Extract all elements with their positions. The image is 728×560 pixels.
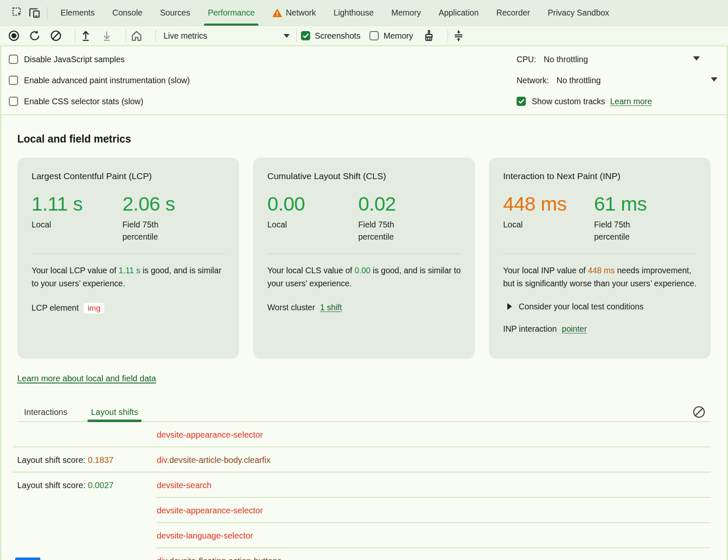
checkbox-checked-icon — [517, 97, 526, 106]
toolbar-separator — [448, 29, 448, 42]
tab-recorder[interactable]: Recorder — [488, 0, 539, 26]
screenshots-checkbox[interactable]: Screenshots — [301, 31, 360, 41]
devtools-tabbar: ElementsConsoleSourcesPerformanceNetwork… — [0, 0, 728, 26]
tab-application[interactable]: Application — [430, 0, 487, 26]
reload-record-icon[interactable] — [29, 29, 41, 42]
field-value: 2.06 s — [122, 192, 213, 215]
disclosure-label: Consider your local test conditions — [519, 302, 644, 312]
node-link[interactable]: devsite-search — [157, 481, 711, 490]
inp-interaction-link[interactable]: pointer — [562, 324, 587, 334]
toolbar-separator — [126, 29, 126, 42]
node-link[interactable]: devsite-appearance-selector — [157, 430, 711, 440]
local-label: Local — [503, 219, 558, 231]
toolbar-separator — [296, 29, 297, 42]
advanced-paint-checkbox[interactable]: Enable advanced paint instrumentation (s… — [9, 70, 517, 91]
node-link[interactable]: devsite-language-selector — [157, 531, 711, 541]
local-value: 448 ms — [503, 192, 594, 215]
worst-cluster-row: Worst cluster 1 shift — [267, 303, 461, 312]
load-profile-icon[interactable] — [79, 29, 92, 42]
metric-values: 1.11 s Local 2.06 s Field 75th percentil… — [32, 192, 225, 243]
card-title: Interaction to Next Paint (INP) — [503, 171, 696, 181]
checkbox-unchecked-icon — [9, 55, 18, 64]
capture-settings: Disable JavaScript samples Enable advanc… — [1, 46, 727, 112]
tab-lighthouse[interactable]: Lighthouse — [325, 0, 382, 26]
local-value: 0.00 — [267, 192, 358, 215]
section-heading: Local and field metrics — [17, 133, 711, 145]
tab-layout-shifts[interactable]: Layout shifts — [84, 403, 145, 421]
show-custom-tracks-checkbox[interactable]: Show custom tracks Learn more — [517, 91, 714, 112]
partially-visible-element — [15, 557, 40, 560]
record-icon[interactable] — [8, 29, 20, 42]
triangle-right-icon — [507, 303, 512, 310]
save-profile-icon[interactable] — [100, 29, 113, 42]
clear-recording-icon[interactable] — [50, 29, 62, 42]
memory-label: Memory — [383, 31, 413, 41]
checkbox-label: Disable JavaScript samples — [24, 55, 125, 64]
lcp-element-label: LCP element — [32, 303, 79, 313]
field-value: 61 ms — [594, 192, 685, 215]
local-label: Local — [267, 219, 322, 231]
tab-performance[interactable]: Performance — [199, 0, 264, 26]
tab-memory[interactable]: Memory — [382, 0, 430, 26]
metric-description: Your local CLS value of 0.00 is good, an… — [267, 264, 461, 290]
tab-sources[interactable]: Sources — [151, 0, 199, 26]
tab-console[interactable]: Console — [103, 0, 151, 26]
layout-shift-row: Layout shift score: 0.0027devsite-search — [17, 473, 711, 498]
home-icon[interactable] — [130, 29, 143, 42]
toolbar-separator — [75, 29, 75, 42]
tab-elements[interactable]: Elements — [52, 0, 103, 26]
lcp-element-node-link[interactable]: img — [84, 303, 104, 314]
disable-js-samples-checkbox[interactable]: Disable JavaScript samples — [9, 49, 517, 70]
metric-card-lcp: Largest Contentful Paint (LCP) 1.11 s Lo… — [17, 158, 239, 359]
collect-garbage-icon[interactable] — [422, 29, 435, 42]
inspect-element-icon[interactable] — [9, 5, 26, 21]
card-title: Largest Contentful Paint (LCP) — [32, 171, 225, 181]
tab-network[interactable]: Network — [264, 0, 325, 26]
metric-cards: Largest Contentful Paint (LCP) 1.11 s Lo… — [17, 158, 711, 359]
metric-card-cls: Cumulative Layout Shift (CLS) 0.00 Local… — [253, 158, 475, 359]
metric-card-inp: Interaction to Next Paint (INP) 448 ms L… — [489, 158, 711, 359]
card-divider — [32, 254, 225, 254]
worst-cluster-label: Worst cluster — [267, 303, 315, 312]
panel-tabs: ElementsConsoleSourcesPerformanceNetwork… — [52, 0, 728, 26]
node-link[interactable]: div.devsite-floating-action-buttons — [157, 556, 711, 560]
local-field-data-link[interactable]: Learn more about local and field data — [17, 374, 156, 383]
history-dropdown[interactable]: Live metrics — [164, 31, 290, 41]
field-label: Field 75th percentile — [122, 219, 177, 243]
checkbox-unchecked-icon — [9, 76, 18, 85]
clear-log-icon[interactable] — [691, 404, 707, 420]
layout-shift-row: devsite-language-selector — [17, 523, 711, 548]
node-link[interactable]: div.devsite-article-body.clearfix — [157, 455, 711, 465]
worst-cluster-link[interactable]: 1 shift — [320, 303, 342, 312]
checkbox-checked-icon — [301, 31, 310, 40]
device-toolbar-icon[interactable] — [26, 5, 43, 21]
collapse-panel-icon[interactable] — [452, 29, 465, 42]
checkbox-unchecked-icon — [369, 31, 379, 40]
tab-label: Network — [286, 8, 316, 18]
local-value: 1.11 s — [32, 192, 122, 215]
tab-label: Recorder — [496, 8, 530, 18]
learn-more-link[interactable]: Learn more — [610, 97, 652, 106]
tab-label: Elements — [61, 8, 95, 18]
custom-tracks-label: Show custom tracks — [532, 97, 605, 106]
cpu-throttling-select[interactable]: CPU: No throttling — [517, 49, 714, 70]
tab-privacy-sandbox[interactable]: Privacy Sandbox — [539, 0, 618, 26]
local-test-conditions-disclosure[interactable]: Consider your local test conditions — [503, 302, 696, 312]
tab-interactions[interactable]: Interactions — [17, 403, 74, 421]
tab-label: Memory — [391, 8, 421, 18]
logs-tab-strip: Interactions Layout shifts — [17, 403, 711, 422]
checkbox-label: Enable CSS selector stats (slow) — [24, 97, 143, 106]
css-selector-stats-checkbox[interactable]: Enable CSS selector stats (slow) — [9, 91, 517, 112]
chevron-down-icon — [284, 34, 290, 38]
node-link[interactable]: devsite-appearance-selector — [157, 506, 711, 515]
inp-interaction-row: INP interaction pointer — [503, 324, 696, 334]
memory-checkbox[interactable]: Memory — [369, 31, 413, 41]
layout-shift-row: Layout shift score: 0.1837div.devsite-ar… — [17, 447, 711, 473]
metric-description: Your local LCP value of 1.11 s is good, … — [32, 264, 225, 290]
card-title: Cumulative Layout Shift (CLS) — [267, 171, 461, 181]
field-label: Field 75th percentile — [594, 219, 649, 243]
layout-shift-score: Layout shift score: 0.0027 — [17, 481, 157, 490]
layout-shift-row: devsite-appearance-selector — [17, 422, 711, 447]
network-throttling-select[interactable]: Network: No throttling — [517, 70, 714, 91]
tab-label: Privacy Sandbox — [548, 8, 609, 18]
